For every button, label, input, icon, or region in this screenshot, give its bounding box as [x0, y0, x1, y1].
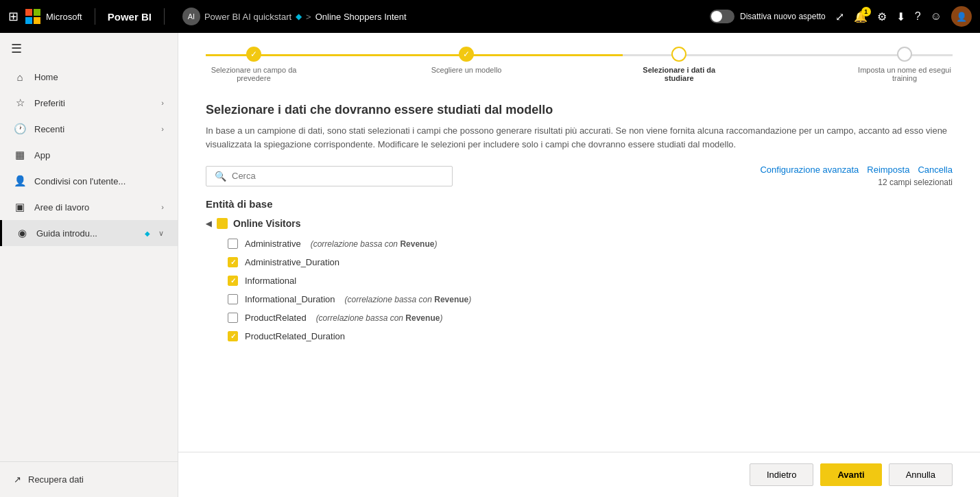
- page-content: Selezionare i dati che dovranno essere s…: [178, 89, 980, 452]
- workspace-avatar: AI: [182, 8, 200, 25]
- search-input[interactable]: [232, 171, 444, 181]
- sidebar-item-apps[interactable]: ▦ App: [0, 142, 178, 168]
- entity-color-icon: [217, 218, 228, 229]
- step-3-circle: [671, 47, 686, 62]
- actions-area: Configurazione avanzata Reimposta Cancel…: [760, 165, 953, 187]
- search-actions-row: 🔍 Configurazione avanzata Reimposta Canc…: [206, 165, 953, 187]
- search-box[interactable]: 🔍: [206, 166, 453, 186]
- checkbox-4[interactable]: [228, 313, 238, 323]
- download-icon[interactable]: ⬇: [896, 10, 905, 23]
- field-list: Administrative (correlazione bassa con R…: [206, 236, 953, 344]
- sidebar-shared-label: Condivisi con l'utente...: [34, 176, 164, 186]
- checkbox-0[interactable]: [228, 239, 238, 249]
- toggle-container[interactable]: Disattiva nuovo aspetto: [710, 10, 826, 23]
- star-icon: ☆: [14, 97, 26, 109]
- sidebar-item-shared[interactable]: 👤 Condivisi con l'utente...: [0, 168, 178, 194]
- recover-icon: ↗: [14, 474, 21, 485]
- entity-header[interactable]: ◀ Online Visitors: [206, 218, 953, 229]
- chevron-right-icon: ›: [161, 99, 164, 107]
- sidebar-home-label: Home: [34, 72, 164, 82]
- microsoft-logo: Microsoft: [25, 9, 82, 24]
- sidebar-item-guide[interactable]: ◉ Guida introdu... ◆ ∨: [0, 220, 178, 246]
- sidebar-recents-label: Recenti: [34, 124, 153, 134]
- field-note-3: (correlazione bassa con Revenue): [345, 295, 472, 304]
- field-item-5: ProductRelated_Duration: [206, 328, 953, 344]
- clock-icon: 🕐: [14, 123, 26, 135]
- page-description: In base a un campione di dati, sono stat…: [206, 124, 953, 151]
- search-icon: 🔍: [215, 171, 226, 182]
- nav-divider: [95, 8, 95, 25]
- chevron-right-icon3: ›: [161, 203, 164, 211]
- sidebar-nav: ⌂ Home ☆ Preferiti › 🕐 Recenti › ▦ App 👤…: [0, 64, 178, 461]
- sidebar-top: ☰: [0, 33, 178, 64]
- field-name-1: Administrative_Duration: [245, 257, 339, 267]
- workspace-icon: ▣: [14, 201, 26, 213]
- field-name-5: ProductRelated_Duration: [245, 331, 345, 341]
- field-item-3: Informational_Duration (correlazione bas…: [206, 291, 953, 307]
- step-2: ✓ Scegliere un modello: [431, 47, 502, 82]
- sidebar-item-workspaces[interactable]: ▣ Aree di lavoro ›: [0, 194, 178, 220]
- hamburger-icon[interactable]: ☰: [11, 42, 22, 56]
- microsoft-label: Microsoft: [46, 12, 82, 22]
- sidebar-recover-label: Recupera dati: [28, 474, 84, 485]
- field-name-3: Informational_Duration: [245, 294, 335, 304]
- sidebar-workspaces-label: Aree di lavoro: [34, 202, 153, 213]
- checkbox-3[interactable]: [228, 294, 238, 304]
- notification-icon[interactable]: 🔔 1: [854, 10, 868, 23]
- next-button[interactable]: Avanti: [820, 463, 881, 486]
- home-icon: ⌂: [14, 71, 26, 83]
- sidebar-bottom: ↗ Recupera dati: [0, 461, 178, 497]
- cancel-button[interactable]: Annulla: [889, 463, 953, 486]
- chevron-down-icon: ∨: [158, 229, 164, 238]
- feedback-icon[interactable]: ☺: [931, 10, 942, 23]
- breadcrumb-page: Online Shoppers Intent: [315, 12, 407, 22]
- reset-link[interactable]: Reimposta: [867, 165, 909, 175]
- user-avatar[interactable]: 👤: [951, 6, 972, 27]
- top-nav: ⊞ Microsoft Power BI AI Power BI AI quic…: [0, 0, 980, 33]
- main-content: ✓ Selezionare un campo da prevedere ✓ Sc…: [178, 33, 980, 497]
- sidebar-item-home[interactable]: ⌂ Home: [0, 64, 178, 90]
- settings-icon[interactable]: ⚙: [877, 10, 887, 23]
- stepper-steps: ✓ Selezionare un campo da prevedere ✓ Sc…: [206, 47, 953, 82]
- notification-badge: 1: [861, 7, 871, 16]
- sidebar-item-favorites[interactable]: ☆ Preferiti ›: [0, 90, 178, 116]
- collapse-arrow-icon[interactable]: ◀: [206, 219, 211, 228]
- sidebar: ☰ ⌂ Home ☆ Preferiti › 🕐 Recenti › ▦ App: [0, 33, 178, 497]
- cancel-link[interactable]: Cancella: [918, 165, 953, 175]
- advanced-config-link[interactable]: Configurazione avanzata: [760, 165, 859, 175]
- expand-icon[interactable]: ⤢: [835, 10, 844, 23]
- diamond-icon: ◆: [296, 12, 302, 21]
- sidebar-item-recover[interactable]: ↗ Recupera dati: [14, 470, 164, 489]
- entity-section-title: Entità di base: [206, 198, 953, 210]
- field-item-1: Administrative_Duration: [206, 254, 953, 270]
- checkbox-5[interactable]: [228, 331, 238, 341]
- breadcrumb: AI Power BI AI quickstart ◆ > Online Sho…: [182, 8, 407, 25]
- back-button[interactable]: Indietro: [750, 463, 813, 486]
- checkbox-1[interactable]: [228, 257, 238, 267]
- field-item-4: ProductRelated (correlazione bassa con R…: [206, 310, 953, 326]
- powerbi-label: Power BI: [108, 11, 152, 23]
- toggle-label: Disattiva nuovo aspetto: [740, 12, 826, 21]
- step-3-label: Selezionare i dati da studiare: [631, 66, 727, 82]
- step-1-circle: ✓: [246, 47, 261, 62]
- field-name-0: Administrative: [245, 239, 301, 249]
- field-name-2: Informational: [245, 276, 296, 286]
- grid-icon[interactable]: ⊞: [8, 9, 19, 24]
- step-3: Selezionare i dati da studiare: [631, 47, 727, 82]
- checkbox-2[interactable]: [228, 276, 238, 286]
- stepper: ✓ Selezionare un campo da prevedere ✓ Sc…: [178, 33, 980, 89]
- shared-icon: 👤: [14, 175, 26, 187]
- sidebar-item-recents[interactable]: 🕐 Recenti ›: [0, 116, 178, 142]
- toggle-knob: [711, 11, 722, 22]
- breadcrumb-sep: >: [306, 12, 311, 22]
- field-list-container: Administrative (correlazione bassa con R…: [206, 236, 953, 344]
- page-title: Selezionare i dati che dovranno essere s…: [206, 103, 953, 117]
- apps-icon: ▦: [14, 149, 26, 161]
- breadcrumb-report[interactable]: Power BI AI quickstart: [204, 12, 291, 22]
- step-4: Imposta un nome ed esegui training: [857, 47, 953, 82]
- toggle-switch[interactable]: [710, 10, 734, 23]
- help-icon[interactable]: ?: [915, 10, 921, 23]
- top-nav-right: Disattiva nuovo aspetto ⤢ 🔔 1 ⚙ ⬇ ? ☺ 👤: [710, 6, 972, 27]
- step-1-label: Selezionare un campo da prevedere: [206, 66, 302, 82]
- step-1: ✓ Selezionare un campo da prevedere: [206, 47, 302, 82]
